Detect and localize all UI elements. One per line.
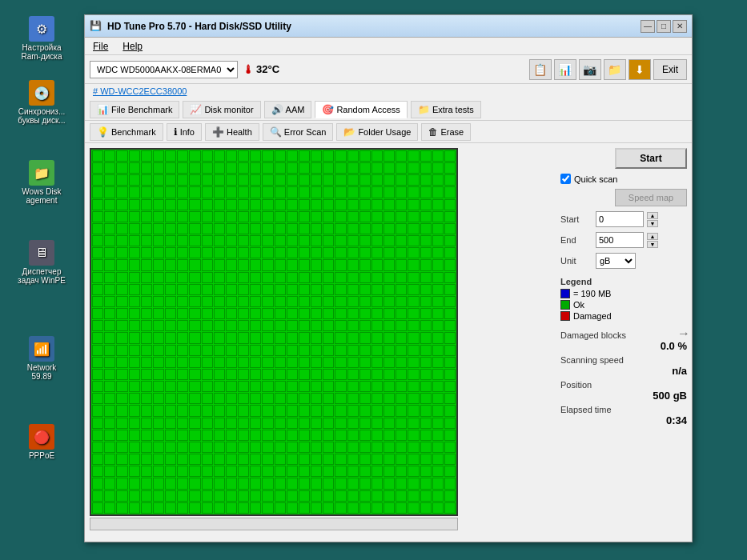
grid-cell bbox=[104, 320, 115, 331]
benchmark-icon: 💡 bbox=[97, 126, 109, 138]
icon-camera[interactable]: 📷 bbox=[579, 59, 601, 80]
tab-extra-tests-label: Extra tests bbox=[432, 105, 474, 114]
start-input[interactable] bbox=[596, 211, 644, 227]
grid-cell bbox=[153, 162, 164, 174]
grid-cell bbox=[396, 345, 407, 356]
tab-benchmark[interactable]: 💡 Benchmark bbox=[90, 123, 163, 141]
start-down-button[interactable]: ▼ bbox=[647, 220, 658, 227]
grid-cell bbox=[214, 235, 225, 246]
grid-cell bbox=[444, 186, 456, 198]
grid-cell bbox=[444, 162, 456, 174]
grid-cell bbox=[323, 199, 334, 210]
grid-cell bbox=[214, 174, 225, 186]
grid-cell bbox=[311, 247, 322, 258]
speed-map-button[interactable]: Speed map bbox=[615, 189, 687, 206]
grid-cell bbox=[202, 223, 213, 234]
icon-download[interactable]: ⬇ bbox=[629, 59, 651, 80]
folder-usage-icon: 📂 bbox=[343, 126, 355, 138]
minimize-button[interactable]: — bbox=[641, 20, 655, 33]
grid-cell bbox=[153, 357, 164, 368]
grid-cell bbox=[262, 430, 273, 441]
grid-cell bbox=[432, 345, 444, 356]
grid-cell bbox=[396, 174, 407, 186]
menu-file[interactable]: File bbox=[90, 40, 111, 53]
tab-folder-usage[interactable]: 📂 Folder Usage bbox=[336, 123, 418, 141]
grid-cell bbox=[311, 369, 322, 380]
tab-disk-monitor[interactable]: 📈 Disk monitor bbox=[183, 101, 260, 118]
grid-cell bbox=[359, 296, 371, 307]
grid-cell bbox=[275, 308, 286, 319]
start-up-button[interactable]: ▲ bbox=[647, 212, 658, 219]
grid-cell bbox=[177, 235, 188, 246]
grid-cell bbox=[408, 442, 419, 453]
side-panel: Start Quick scan Speed map Start ▲ ▼ End… bbox=[556, 143, 692, 524]
tab-error-scan[interactable]: 🔍 Error Scan bbox=[263, 123, 334, 141]
grid-cell bbox=[177, 478, 188, 489]
end-input[interactable] bbox=[596, 232, 644, 248]
grid-cell bbox=[287, 345, 298, 356]
maximize-button[interactable]: □ bbox=[657, 20, 671, 33]
icon-copy[interactable]: 📋 bbox=[529, 59, 552, 80]
grid-cell bbox=[165, 186, 176, 198]
exit-button[interactable]: Exit bbox=[653, 59, 687, 80]
grid-cell bbox=[384, 199, 395, 210]
main-content: Start Quick scan Speed map Start ▲ ▼ End… bbox=[85, 143, 692, 524]
start-button[interactable]: Start bbox=[615, 148, 687, 169]
grid-cell bbox=[335, 502, 346, 514]
unit-select[interactable]: gB MB kB bbox=[596, 253, 636, 269]
grid-cell bbox=[238, 259, 249, 270]
right-expand-arrow[interactable]: → bbox=[677, 326, 690, 341]
grid-cell bbox=[275, 393, 286, 404]
grid-cell bbox=[141, 272, 152, 283]
grid-cell bbox=[129, 284, 140, 295]
menu-help[interactable]: Help bbox=[119, 40, 146, 53]
grid-cell bbox=[141, 211, 152, 222]
grid-cell bbox=[347, 345, 359, 356]
grid-cell bbox=[408, 357, 419, 368]
grid-cell bbox=[177, 223, 188, 234]
tab-file-benchmark[interactable]: 📊 File Benchmark bbox=[90, 101, 179, 118]
grid-cell bbox=[347, 405, 359, 416]
extra-tests-icon: 📁 bbox=[418, 104, 430, 115]
grid-cell bbox=[129, 357, 140, 368]
grid-cell bbox=[116, 478, 127, 489]
grid-cell bbox=[384, 332, 395, 343]
grid-cell bbox=[177, 442, 188, 453]
grid-cell bbox=[226, 442, 237, 453]
grid-cell bbox=[165, 502, 176, 514]
tab-erase[interactable]: 🗑 Erase bbox=[421, 123, 471, 141]
grid-cell bbox=[116, 162, 127, 174]
grid-cell bbox=[116, 199, 127, 210]
grid-cell bbox=[141, 235, 152, 246]
grid-cell bbox=[189, 502, 200, 514]
tab-info[interactable]: ℹ Info bbox=[167, 123, 202, 141]
start-spinner: ▲ ▼ bbox=[647, 212, 658, 227]
end-down-button[interactable]: ▼ bbox=[647, 241, 658, 248]
grid-cell bbox=[420, 199, 432, 210]
grid-cell bbox=[92, 345, 103, 356]
tab-health-label: Health bbox=[227, 127, 252, 137]
grid-cell bbox=[153, 150, 164, 162]
quick-scan-checkbox[interactable] bbox=[560, 174, 571, 184]
grid-cell bbox=[323, 296, 334, 307]
grid-cell bbox=[129, 296, 140, 307]
grid-cell bbox=[396, 430, 407, 441]
end-up-button[interactable]: ▲ bbox=[647, 233, 658, 240]
close-button[interactable]: ✕ bbox=[673, 20, 687, 33]
grid-cell bbox=[359, 259, 371, 270]
drive-dropdown[interactable]: WDC WD5000AAKX-08ERMA0 (500 gB) bbox=[90, 61, 238, 78]
icon-folder[interactable]: 📁 bbox=[604, 59, 626, 80]
grid-cell bbox=[202, 296, 213, 307]
tab-health[interactable]: ➕ Health bbox=[205, 123, 259, 141]
tab-aam[interactable]: 🔊 AAM bbox=[264, 101, 312, 118]
tab-random-access[interactable]: 🎯 Random Access bbox=[315, 101, 407, 118]
drive-serial-link[interactable]: # WD-WCC2ECC38000 bbox=[93, 86, 187, 96]
grid-scrollbar[interactable] bbox=[90, 518, 458, 530]
tab-extra-tests[interactable]: 📁 Extra tests bbox=[411, 101, 481, 118]
grid-cell bbox=[311, 235, 322, 246]
grid-cell bbox=[335, 162, 346, 174]
grid-cell bbox=[299, 442, 310, 453]
grid-cell bbox=[226, 345, 237, 356]
icon-chart[interactable]: 📊 bbox=[554, 59, 576, 80]
grid-cell bbox=[359, 284, 371, 295]
